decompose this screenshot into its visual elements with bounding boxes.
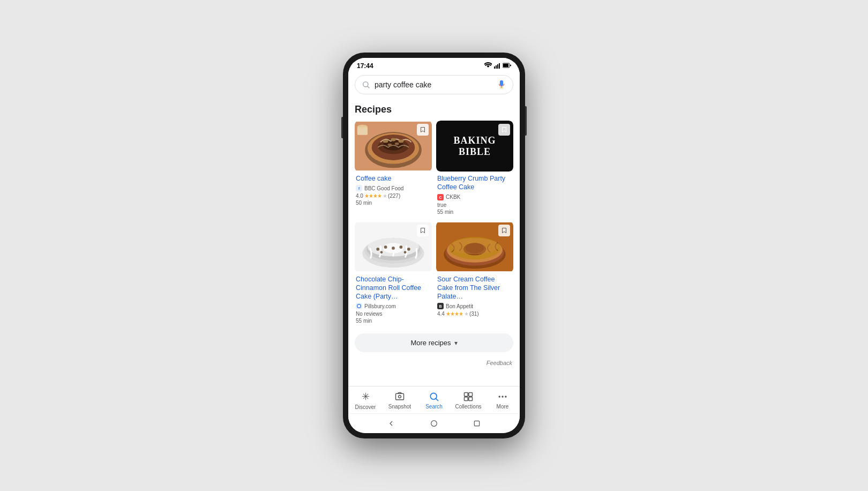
feedback-row: Feedback: [348, 358, 520, 371]
battery-icon: [503, 63, 511, 69]
recipe-image-choc-chip: [355, 221, 432, 272]
svg-point-34: [376, 247, 379, 250]
svg-rect-58: [465, 393, 468, 397]
svg-text:B: B: [439, 304, 442, 308]
svg-point-55: [399, 396, 401, 398]
recipe-rating-4: 4.4 ★★★★★ (31): [437, 311, 512, 317]
back-button[interactable]: [386, 418, 396, 429]
nav-label-search: Search: [425, 404, 443, 410]
recipe-name-4: Sour Cream Coffee Cake from The Silver P…: [437, 275, 512, 301]
recipe-info-choc-chip: Chocolate Chip-Cinnamon Roll Coffee Cake…: [355, 272, 432, 326]
bookmark-btn-1[interactable]: [417, 124, 429, 136]
svg-point-19: [399, 140, 404, 143]
source-name-2: CKBK: [446, 194, 460, 200]
source-name-4: Bon Appetit: [446, 303, 473, 309]
status-time: 17:44: [357, 62, 373, 70]
svg-point-64: [505, 396, 506, 397]
nav-item-discover[interactable]: ✳ Discover: [352, 391, 379, 410]
recipe-card-blueberry[interactable]: BAKINGBIBLE Blueberry Crumb Party Coffee…: [436, 121, 513, 217]
svg-point-63: [502, 396, 503, 397]
search-bar[interactable]: party coffee cake: [355, 75, 513, 94]
svg-point-23: [357, 125, 368, 129]
search-icon: [362, 80, 370, 89]
recipes-section: Recipes: [348, 100, 520, 326]
no-reviews-2: true: [437, 202, 512, 208]
stars-4: ★★★★: [446, 311, 463, 317]
svg-point-43: [358, 305, 361, 308]
recipe-source-row-2: C CKBK: [437, 194, 512, 200]
recipe-name-1: Coffee cake: [356, 174, 431, 183]
more-recipes-button[interactable]: More recipes ▾: [355, 333, 513, 352]
recipes-title: Recipes: [355, 104, 513, 115]
feedback-label[interactable]: Feedback: [487, 360, 512, 366]
svg-point-37: [400, 245, 403, 249]
nav-label-more: More: [497, 404, 509, 410]
recipe-rating-1: 4.0 ★★★★★ (227): [356, 193, 431, 199]
phone-screen: 17:44: [348, 58, 520, 433]
svg-point-17: [383, 140, 388, 143]
nav-item-snapshot[interactable]: Snapshot: [386, 391, 413, 410]
recipe-image-sour-cream: [436, 221, 513, 272]
no-reviews-3: No reviews: [356, 311, 431, 317]
recipe-card-coffee-cake[interactable]: Coffee cake f BBC Good Food 4.0 ★★★★: [355, 121, 432, 217]
svg-rect-54: [396, 393, 404, 400]
svg-rect-61: [469, 397, 473, 401]
nav-label-collections: Collections: [455, 404, 482, 410]
wifi-icon: [484, 62, 492, 70]
search-nav-icon: [429, 391, 439, 402]
status-bar: 17:44: [348, 58, 520, 72]
svg-point-39: [380, 251, 383, 254]
bookmark-btn-4[interactable]: [498, 225, 510, 236]
source-name-3: Pillsbury.com: [364, 303, 396, 309]
content-area[interactable]: Recipes: [348, 100, 520, 386]
recipe-source-row-1: f BBC Good Food: [356, 185, 431, 191]
recipe-time-2: 55 min: [437, 209, 512, 215]
chevron-down-icon: ▾: [454, 339, 458, 347]
nav-item-collections[interactable]: Collections: [455, 391, 482, 410]
volume-button: [341, 117, 343, 138]
star-half-4: ★: [464, 311, 468, 317]
search-query: party coffee cake: [375, 80, 492, 89]
nav-label-snapshot: Snapshot: [388, 404, 411, 410]
more-icon: [497, 391, 508, 402]
recipe-info-sour-cream: Sour Cream Coffee Cake from The Silver P…: [436, 272, 513, 321]
android-nav: [348, 413, 520, 433]
svg-point-36: [392, 247, 395, 250]
recipe-info-coffee-cake: Coffee cake f BBC Good Food 4.0 ★★★★: [355, 172, 432, 208]
more-recipes-label: More recipes: [410, 339, 451, 347]
rating-value-4: 4.4: [437, 311, 445, 317]
svg-rect-60: [465, 397, 468, 401]
source-icon-3: [356, 303, 362, 309]
source-icon-2: C: [437, 194, 444, 200]
collections-icon: [463, 391, 474, 402]
svg-point-62: [499, 396, 500, 397]
svg-point-18: [391, 138, 396, 142]
svg-point-21: [395, 143, 399, 145]
recents-button[interactable]: [472, 418, 482, 429]
power-button: [525, 106, 527, 136]
svg-point-35: [384, 245, 387, 249]
svg-rect-0: [494, 66, 495, 69]
source-icon-4: B: [437, 303, 444, 309]
signal-icon: [494, 62, 500, 70]
stars-1: ★★★★: [364, 193, 381, 199]
recipe-name-2: Blueberry Crumb Party Coffee Cake: [437, 174, 512, 192]
home-button[interactable]: [429, 418, 439, 429]
svg-point-65: [431, 421, 437, 427]
rating-value-1: 4.0: [356, 193, 363, 199]
bookmark-btn-3[interactable]: [417, 225, 429, 236]
recipe-image-blueberry: BAKINGBIBLE: [436, 121, 513, 172]
svg-rect-59: [469, 393, 473, 397]
bottom-nav: ✳ Discover Snapshot Search: [348, 386, 520, 413]
svg-point-38: [407, 247, 410, 250]
svg-point-51: [451, 237, 498, 254]
nav-item-search[interactable]: Search: [421, 391, 447, 410]
recipe-card-sour-cream[interactable]: Sour Cream Coffee Cake from The Silver P…: [436, 221, 513, 326]
bookmark-btn-2[interactable]: [498, 124, 510, 136]
discover-icon: ✳: [362, 391, 370, 403]
mic-icon[interactable]: [497, 80, 506, 90]
svg-rect-6: [510, 65, 511, 66]
recipe-card-choc-chip[interactable]: Chocolate Chip-Cinnamon Roll Coffee Cake…: [355, 221, 432, 326]
nav-item-more[interactable]: More: [489, 391, 516, 410]
nav-label-discover: Discover: [355, 404, 376, 410]
